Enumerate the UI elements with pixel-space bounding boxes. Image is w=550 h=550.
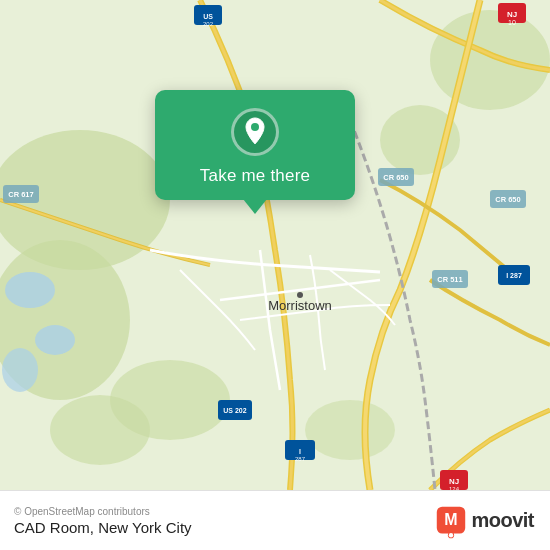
svg-point-10: [2, 348, 38, 392]
svg-text:I 287: I 287: [506, 272, 522, 279]
svg-point-6: [50, 395, 150, 465]
svg-point-3: [430, 10, 550, 110]
take-me-there-button[interactable]: Take me there: [200, 166, 310, 186]
popup-card[interactable]: Take me there: [155, 90, 355, 200]
map-svg: US 202 NJ 10 I 287 NJ 124 CR 617 CR 650 …: [0, 0, 550, 490]
svg-point-7: [305, 400, 395, 460]
svg-point-41: [449, 533, 453, 537]
copyright-text: © OpenStreetMap contributors: [14, 506, 192, 517]
svg-text:CR 511: CR 511: [437, 275, 462, 284]
moovit-icon: M: [435, 503, 467, 539]
popup-pointer: [243, 199, 267, 214]
location-pin-icon: [231, 108, 279, 156]
svg-text:287: 287: [295, 456, 306, 462]
bottom-bar: © OpenStreetMap contributors CAD Room, N…: [0, 490, 550, 550]
bottom-info: © OpenStreetMap contributors CAD Room, N…: [14, 506, 192, 536]
svg-text:I: I: [299, 448, 301, 455]
moovit-text: moovit: [471, 509, 534, 532]
svg-text:202: 202: [203, 21, 214, 27]
moovit-logo[interactable]: M moovit: [435, 503, 534, 539]
svg-text:NJ: NJ: [449, 477, 459, 486]
svg-text:M: M: [445, 511, 458, 528]
svg-point-36: [297, 292, 303, 298]
svg-text:NJ: NJ: [507, 10, 517, 19]
svg-text:10: 10: [508, 19, 516, 26]
svg-text:US: US: [203, 13, 213, 20]
svg-point-8: [5, 272, 55, 308]
svg-point-37: [251, 123, 259, 131]
svg-text:CR 650: CR 650: [495, 195, 520, 204]
map-container[interactable]: US 202 NJ 10 I 287 NJ 124 CR 617 CR 650 …: [0, 0, 550, 490]
svg-text:US 202: US 202: [223, 407, 246, 414]
svg-text:CR 650: CR 650: [383, 173, 408, 182]
location-title: CAD Room, New York City: [14, 519, 192, 536]
svg-text:Morristown: Morristown: [268, 298, 332, 313]
svg-text:CR 617: CR 617: [8, 190, 33, 199]
svg-point-9: [35, 325, 75, 355]
